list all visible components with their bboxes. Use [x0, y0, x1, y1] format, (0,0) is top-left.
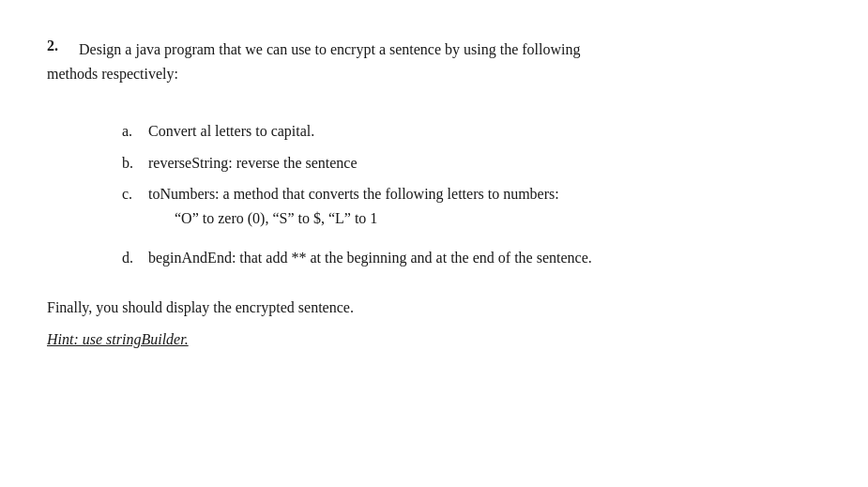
- sub-item-c: c. toNumbers: a method that converts the…: [122, 182, 821, 237]
- sub-label-d: d.: [122, 246, 148, 270]
- sub-items-list: a. Convert al letters to capital. b. rev…: [122, 119, 821, 277]
- sub-content-d: beginAndEnd: that add ** at the beginnin…: [148, 246, 821, 270]
- sub-label-a: a.: [122, 119, 148, 144]
- hint-text: Hint: use stringBuilder.: [47, 327, 821, 352]
- sub-label-c: c.: [122, 182, 148, 206]
- question-text-line1: Design a java program that we can use to…: [79, 38, 821, 62]
- question-header: 2. Design a java program that we can use…: [47, 38, 821, 62]
- sub-content-c: toNumbers: a method that converts the fo…: [148, 182, 559, 206]
- sub-item-b: b. reverseString: reverse the sentence: [122, 151, 821, 175]
- sub-label-b: b.: [122, 151, 148, 175]
- sub-content-b: reverseString: reverse the sentence: [148, 151, 821, 175]
- question-block: 2. Design a java program that we can use…: [47, 38, 821, 351]
- question-continuation: methods respectively:: [47, 62, 821, 86]
- sub-item-a: a. Convert al letters to capital.: [122, 119, 821, 144]
- finally-text: Finally, you should display the encrypte…: [47, 296, 821, 320]
- sub-content-c-extra: “O” to zero (0), “S” to $, “L” to 1: [175, 206, 377, 231]
- sub-content-a: Convert al letters to capital.: [148, 119, 821, 144]
- sub-item-d: d. beginAndEnd: that add ** at the begin…: [122, 246, 821, 270]
- question-number: 2.: [47, 38, 75, 54]
